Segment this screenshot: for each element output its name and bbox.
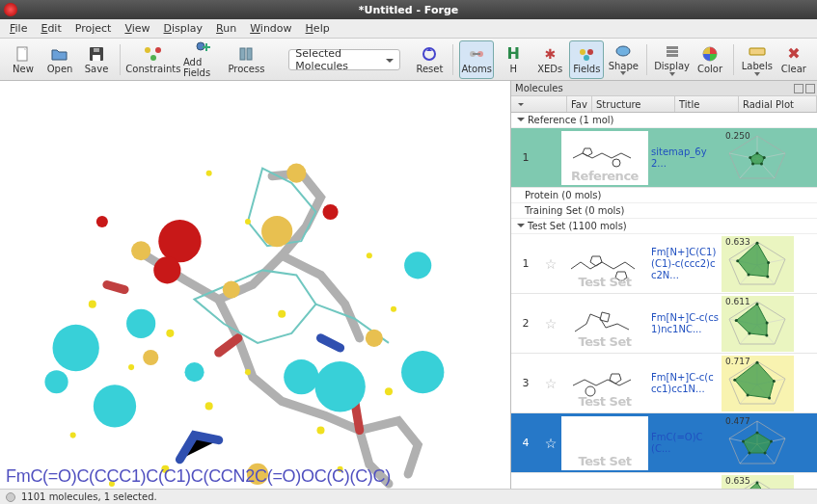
process-icon	[237, 45, 255, 63]
svg-point-74	[749, 156, 751, 159]
svg-point-115	[733, 378, 736, 381]
svg-rect-9	[247, 48, 252, 60]
panel-header: Molecules	[511, 81, 817, 96]
svg-point-52	[367, 252, 372, 258]
svg-point-129	[742, 439, 745, 442]
svg-point-127	[764, 451, 767, 454]
group-training[interactable]: Training Set (0 mols)	[511, 203, 817, 219]
menu-display[interactable]: Display	[158, 22, 209, 35]
svg-point-4	[145, 47, 150, 53]
addfields-icon	[195, 40, 212, 56]
reset-button[interactable]: Reset	[412, 40, 447, 79]
svg-rect-22	[749, 48, 765, 55]
svg-point-47	[166, 330, 174, 337]
group-protein[interactable]: Protein (0 mols)	[511, 188, 817, 203]
svg-point-46	[128, 364, 134, 370]
group-reference[interactable]: Reference (1 mol)	[511, 113, 817, 128]
panel-close-icon[interactable]	[805, 84, 815, 93]
table-row[interactable]: 4 ☆ Test Set FmC(=O)C(C... 0.477	[511, 413, 817, 473]
svg-point-99	[765, 333, 768, 336]
structure-thumbnail: Test Set	[561, 476, 648, 490]
menu-edit[interactable]: Edit	[35, 22, 67, 35]
svg-marker-83	[738, 243, 769, 277]
radial-plot: 0.250	[722, 130, 794, 186]
menu-bar: File Edit Project View Display Run Windo…	[0, 19, 817, 39]
display-button[interactable]: Display	[653, 40, 691, 79]
table-row[interactable]: 2 ☆ Test Set Fm[N+]C-c(cs1)nc1NC... 0.61…	[511, 294, 817, 354]
svg-point-28	[284, 359, 318, 394]
structure-thumbnail: Test Set	[561, 357, 648, 411]
molecule-title[interactable]: sitemap_6y2...	[648, 146, 722, 170]
svg-point-72	[760, 162, 763, 165]
svg-point-86	[766, 275, 769, 278]
svg-point-55	[385, 387, 393, 395]
svg-point-101	[735, 319, 738, 322]
structure-thumbnail: Test Set	[561, 237, 648, 291]
menu-project[interactable]: Project	[69, 22, 118, 35]
svg-point-45	[89, 301, 96, 308]
menu-window[interactable]: Window	[244, 22, 297, 35]
svg-marker-75	[590, 256, 602, 266]
fields-button[interactable]: Fields	[569, 40, 604, 79]
shape-button[interactable]: Shape	[606, 40, 640, 79]
shape-icon	[614, 42, 632, 60]
col-structure[interactable]: Structure	[592, 96, 675, 112]
fav-star-icon[interactable]: ☆	[540, 316, 561, 332]
col-menu[interactable]	[511, 96, 567, 112]
fav-star-icon[interactable]: ☆	[540, 256, 561, 272]
save-button[interactable]: Save	[79, 40, 114, 79]
svg-point-43	[143, 350, 158, 365]
xeds-button[interactable]: ✱XEDs	[532, 40, 567, 79]
svg-rect-20	[667, 54, 678, 57]
menu-help[interactable]: Help	[300, 22, 336, 35]
menu-file[interactable]: File	[4, 22, 33, 35]
row-index: 3	[511, 377, 540, 389]
molecule-list[interactable]: Reference (1 mol) 1 Reference sitemap_6y…	[511, 113, 817, 489]
h-button[interactable]: HH	[496, 40, 531, 79]
folder-open-icon	[51, 45, 68, 63]
table-row[interactable]: 5 ☆ Test Set Fm[N+]C-c(cs1)nc1NC... 0.63…	[511, 473, 817, 489]
menu-run[interactable]: Run	[210, 22, 242, 35]
svg-point-62	[613, 159, 620, 167]
open-button[interactable]: Open	[42, 40, 77, 79]
atoms-button[interactable]: Atoms	[459, 40, 494, 79]
constraints-button[interactable]: Constraints	[126, 40, 180, 79]
radial-plot: 0.635	[722, 475, 794, 490]
panel-dock-icon[interactable]	[794, 84, 803, 93]
menu-view[interactable]: View	[119, 22, 155, 35]
group-testset[interactable]: Test Set (1100 mols)	[511, 219, 817, 234]
selection-combo[interactable]: Selected Molecules	[288, 49, 400, 70]
addfields-button[interactable]: Add Fields	[182, 40, 226, 79]
table-row[interactable]: 1 ☆ Test Set Fm[N+]C(C1)(C1)-c(ccc2)cc2N…	[511, 234, 817, 294]
svg-point-6	[150, 55, 156, 61]
molecule-title[interactable]: FmC(=O)C(C...	[648, 432, 722, 455]
col-radial[interactable]: Radial Plot	[739, 96, 817, 112]
clear-icon: ✖	[785, 45, 803, 63]
separator	[646, 44, 647, 75]
molecule-title[interactable]: Fm[N+]C-c(ccc1)cc1N...	[648, 372, 722, 395]
table-row[interactable]: 1 Reference sitemap_6y2... 0.250	[511, 128, 817, 188]
svg-point-27	[184, 362, 204, 382]
3d-viewer[interactable]: FmC(=O)C(CCC1)C(C1)C(CCN2C(=O)OC(C)(C)C)	[0, 81, 510, 489]
table-row[interactable]: 3 ☆ Test Set Fm[N+]C-c(ccc1)cc1N... 0.71…	[511, 354, 817, 413]
col-fav[interactable]: Fav	[567, 96, 592, 112]
fav-star-icon[interactable]: ☆	[540, 376, 561, 391]
fav-star-icon[interactable]: ☆	[540, 436, 561, 451]
window-close-icon[interactable]	[4, 3, 17, 16]
separator	[452, 44, 453, 75]
labels-button[interactable]: Labels	[740, 40, 775, 79]
new-button[interactable]: New	[6, 40, 41, 79]
structure-thumbnail: Test Set	[561, 416, 648, 470]
col-title[interactable]: Title	[675, 96, 739, 112]
status-icon	[6, 492, 15, 502]
svg-point-60	[206, 171, 212, 176]
color-button[interactable]: Color	[693, 40, 727, 79]
molecule-title[interactable]: Fm[N+]C(C1)(C1)-c(ccc2)cc2N...	[648, 247, 722, 281]
clear-button[interactable]: ✖Clear	[776, 40, 811, 79]
process-button[interactable]: Process	[227, 40, 265, 79]
toolbar: New Open Save Constraints Add Fields Pro…	[0, 39, 817, 81]
svg-rect-3	[94, 48, 99, 52]
svg-point-71	[763, 156, 766, 159]
svg-point-30	[401, 351, 444, 393]
molecule-title[interactable]: Fm[N+]C-c(cs1)nc1NC...	[648, 312, 722, 335]
